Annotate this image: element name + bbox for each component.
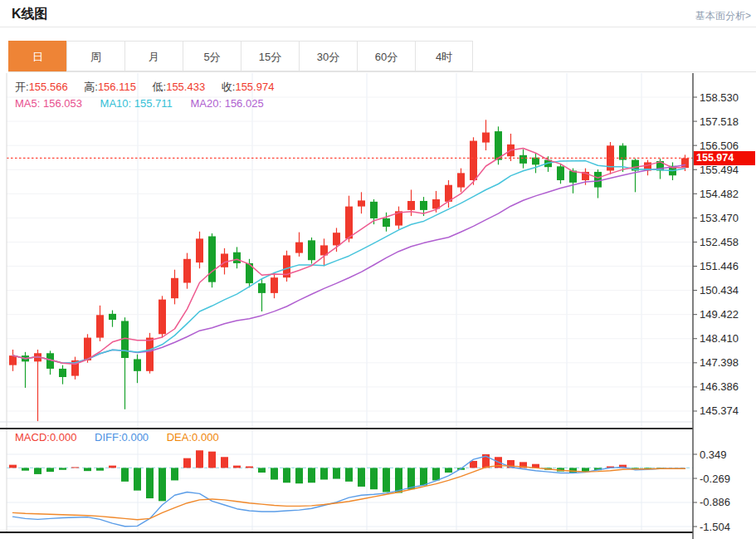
candle [283,251,290,282]
candle [644,160,651,176]
dea-value: 0.000 [192,431,219,443]
kline-chart-widget: K线图 基本面分析> 日周月5分15分30分60分4时 158.530157.5… [0,0,756,539]
candle [171,270,178,305]
macd-bar [71,467,79,468]
ma5-value: 156.053 [43,97,82,110]
candle [208,233,216,287]
macd-bar [258,468,266,473]
candle [395,207,402,229]
macd-bar [233,466,241,468]
candle [46,350,54,375]
macd-bar [420,468,427,485]
ma5-label: MA5: [15,97,40,110]
macd-bar [221,457,228,468]
tab-period-3[interactable]: 5分 [183,41,241,71]
diff-label: DIFF: [95,431,122,443]
fundamental-analysis-link[interactable]: 基本面分析> [695,9,751,23]
candle [159,296,166,337]
candle [121,317,129,409]
axis-label: 150.434 [700,284,739,296]
macd-bar [383,468,390,492]
macd-bar [134,468,141,490]
candle [358,192,365,213]
macd-bar [34,468,41,474]
macd-bar [295,468,303,483]
axis-label: 146.386 [700,380,739,393]
close-value: 155.974 [235,81,274,93]
macd-bar [320,468,328,479]
axis-label: 158.530 [700,91,739,104]
axis-label: 157.518 [700,115,739,128]
ma20-label: MA20: [190,97,222,110]
ma-readout: MA5: 156.053 MA10: 155.711 MA20: 156.025 [15,97,279,110]
low-value: 155.433 [166,81,205,93]
macd-bar [345,468,353,481]
tab-period-6[interactable]: 60分 [357,41,415,71]
candle [196,232,203,269]
axis-label: 153.470 [700,212,739,224]
macd-bar [246,467,253,468]
tab-period-5[interactable]: 30分 [299,41,357,71]
candle [134,355,141,383]
axis-label: -0.886 [700,496,730,508]
candle [9,350,17,371]
macd-bar [358,468,365,487]
axis-label: 148.410 [700,332,739,345]
tab-period-1[interactable]: 周 [66,41,124,71]
candle [295,233,303,257]
macd-readout: MACD:0.000 DIFF:0.000 DEA:0.000 [15,431,234,443]
macd-bar [46,468,54,472]
axis-label: 152.458 [700,236,739,248]
tab-period-2[interactable]: 月 [124,41,183,71]
macd-bar [59,468,66,469]
axis-label: -0.269 [700,473,730,485]
macd-bar [146,468,154,498]
candle [109,311,116,327]
candle [258,279,266,311]
page-title: K线图 [12,6,48,23]
candle [507,134,515,161]
candle [34,350,41,421]
candles-layer [9,120,689,421]
candle [71,357,79,380]
candle [383,213,390,232]
axis-label: 145.374 [700,404,739,417]
gridlines-layer [7,73,693,532]
tab-period-7[interactable]: 4时 [415,41,473,71]
macd-bar [96,468,104,470]
macd-bar [370,468,378,489]
candle [557,164,564,184]
macd-bar [569,468,577,473]
macd-bar [84,468,91,471]
candle [96,306,104,341]
close-label: 收: [222,81,236,93]
ma20-value: 156.025 [225,97,264,110]
period-tabbar: 日周月5分15分30分60分4时 [8,41,756,72]
kline-chart-canvas[interactable]: 158.530157.518156.506155.494154.482153.4… [0,73,756,539]
axis-label: 156.506 [700,140,739,152]
high-label: 高: [84,81,98,93]
candle [632,159,639,192]
ohlc-readout: 开:155.566 高:156.115 低:155.433 收:155.974 [15,80,287,95]
axis-label: 147.398 [700,356,739,369]
tab-period-0[interactable]: 日 [8,41,66,71]
macd-bar [271,468,278,479]
low-label: 低: [153,81,167,93]
macd-bar [121,468,129,481]
macd-bar [445,468,452,473]
ma10-label: MA10: [100,97,132,110]
tab-period-4[interactable]: 15分 [241,41,299,71]
macd-bar [171,468,178,480]
macd-bar [183,458,191,468]
macd-bar [208,452,216,468]
ma10-value: 155.711 [134,97,173,110]
candle [457,169,465,193]
candle [59,365,66,385]
dea-label: DEA: [167,431,192,443]
macd-bar [22,468,29,470]
high-value: 156.115 [98,81,136,93]
candle [308,238,315,264]
macd-bar [407,468,415,489]
candle [146,333,154,374]
macd-bar [308,468,315,483]
